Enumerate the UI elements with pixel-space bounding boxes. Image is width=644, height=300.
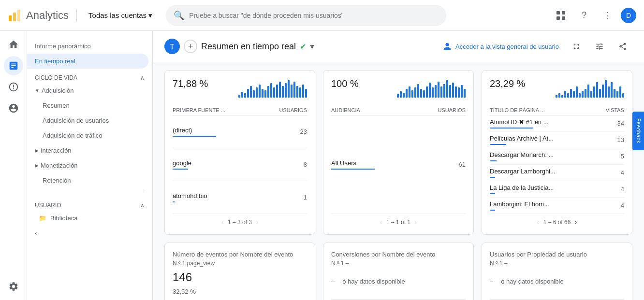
- row-label: Lamborgini: El hom...: [490, 198, 595, 214]
- monetizacion-expand-icon: ▶: [35, 163, 39, 168]
- feedback-btn[interactable]: Feedback: [632, 112, 644, 150]
- collapse-icon: ‹: [35, 229, 37, 237]
- card-percent: 23,29 %: [490, 78, 525, 89]
- more-options-icon-btn[interactable]: ⋮: [598, 6, 617, 25]
- account-label: Todas las cuentas: [88, 11, 146, 19]
- bottom-card-rank: N.º 1 –: [490, 260, 624, 267]
- search-icon: 🔍: [174, 10, 184, 21]
- analytics-logo-icon: [8, 9, 21, 22]
- help-icon-btn[interactable]: ?: [574, 6, 594, 25]
- pagination-label: 1 – 6 of 66: [543, 219, 571, 226]
- chart-bar: [614, 89, 615, 98]
- nav-adq-trafico[interactable]: Adquisición de tráfico: [27, 128, 152, 143]
- sidebar-collapse-btn[interactable]: ‹: [27, 226, 152, 241]
- topbar-right: ? ⋮ D: [551, 6, 636, 25]
- row-label: Descargar Lamborghi...: [490, 165, 595, 181]
- chart-bar: [420, 89, 422, 98]
- card-top-section: 23,29 %: [490, 78, 624, 98]
- chart-bar: [291, 85, 293, 98]
- chart-bar: [573, 91, 575, 98]
- bottom-card-0: Número de eventos por Nombre del evento …: [164, 243, 315, 300]
- sidebar-icon-home[interactable]: [4, 35, 23, 54]
- nav-resumen[interactable]: Resumen: [27, 98, 152, 113]
- chart-bar: [587, 85, 589, 98]
- table-row: All Users 61: [331, 115, 466, 214]
- col2-header: VISTAS: [595, 105, 624, 115]
- account-selector[interactable]: Todas las cuentas ▾: [85, 8, 156, 23]
- card-table: AUDIENCIA USUARIOS All Users 61: [331, 105, 466, 214]
- customize-btn[interactable]: [590, 37, 609, 56]
- adquisicion-label: Adquisición: [42, 87, 74, 94]
- share-btn[interactable]: [613, 37, 632, 56]
- usuario-section-header[interactable]: Usuario ∧: [27, 196, 152, 211]
- next-page-btn[interactable]: ›: [574, 218, 577, 227]
- chart-bar: [264, 90, 266, 98]
- nav-interaccion[interactable]: ▶ Interacción: [27, 143, 152, 158]
- card-percent: 100 %: [331, 78, 359, 89]
- fullscreen-btn[interactable]: [567, 37, 586, 56]
- t-avatar: T: [164, 39, 180, 54]
- sidebar-icon-settings[interactable]: [4, 277, 23, 296]
- table-row: Descargar Lamborghi... 4: [490, 165, 624, 181]
- pagination-label: 1 – 1 of 1: [386, 219, 410, 226]
- chart-bar: [432, 87, 434, 98]
- nav-biblioteca[interactable]: 📁 Biblioteca: [27, 211, 152, 226]
- table-row: atomohd.bio 1: [173, 181, 307, 214]
- lifecycle-section-header[interactable]: Ciclo de vida ∧: [27, 69, 152, 83]
- chart-bar: [273, 87, 275, 98]
- chart-bar: [299, 87, 301, 98]
- col2-header: USUARIOS: [413, 105, 466, 115]
- card-table: PRIMERA FUENTE ... USUARIOS (direct) 23 …: [173, 105, 307, 214]
- chart-bar: [582, 91, 584, 98]
- bottom-card-title: Número de eventos por Nombre del evento: [173, 251, 307, 258]
- no-data-text: –: [331, 278, 335, 285]
- nav-retencion[interactable]: Retención: [27, 173, 152, 188]
- no-data-text: –: [490, 278, 493, 285]
- interaccion-label: Interacción: [41, 147, 72, 154]
- chart-bar: [288, 80, 290, 98]
- help-icon: ?: [582, 10, 586, 20]
- chart-bar: [567, 93, 569, 98]
- nav-panoramico[interactable]: Informe panorámico: [27, 39, 152, 54]
- chart-bar: [423, 90, 425, 98]
- nav-monetizacion[interactable]: ▶ Monetización: [27, 158, 152, 173]
- row-label: google: [173, 148, 261, 181]
- search-bar[interactable]: 🔍: [166, 5, 446, 26]
- prev-page-btn: ‹: [221, 218, 224, 227]
- search-input[interactable]: [189, 12, 439, 19]
- row-label: All Users: [331, 115, 413, 214]
- row-label: AtomoHD ✖ #1 en ...: [490, 115, 595, 132]
- chart-bar: [296, 86, 298, 98]
- card-0: 71,88 % PRIMERA FUENTE ... USUARIOS (dir…: [164, 70, 315, 235]
- interaccion-expand-icon: ▶: [35, 148, 39, 153]
- nav-adquisicion[interactable]: ▼ Adquisición: [27, 83, 152, 98]
- pagination-label: 1 – 3 of 3: [228, 219, 252, 226]
- row-value: 1: [261, 181, 307, 214]
- svg-rect-4: [562, 11, 565, 14]
- acceder-btn[interactable]: Acceder a la vista general de usuario: [439, 39, 563, 54]
- apps-icon-btn[interactable]: [551, 6, 571, 25]
- sidebar-icon-reports[interactable]: [4, 56, 23, 75]
- sidebar-icon-explore[interactable]: [4, 77, 23, 97]
- row-value: 61: [413, 115, 466, 214]
- content-header: T + Resumen en tiempo real ✔ ▾ Acceder a…: [153, 31, 644, 62]
- chart-bar: [285, 83, 287, 98]
- chart-bar: [585, 89, 586, 98]
- chart-bar: [449, 85, 451, 98]
- content-header-right: Acceder a la vista general de usuario: [439, 37, 632, 56]
- topbar: Analytics Todas las cuentas ▾ 🔍 ? ⋮ D: [0, 0, 644, 31]
- chart-bar: [414, 87, 416, 98]
- title-dropdown-icon[interactable]: ▾: [310, 41, 314, 52]
- add-comparison-btn[interactable]: +: [184, 40, 197, 53]
- user-avatar[interactable]: D: [621, 8, 636, 23]
- chart-bar: [596, 82, 598, 98]
- sidebar-icon-advertise[interactable]: [4, 99, 23, 118]
- row-value: 5: [595, 148, 624, 165]
- chart-bar: [461, 85, 463, 98]
- nav-adq-usuarios[interactable]: Adquisición de usuarios: [27, 113, 152, 128]
- nav-realtime[interactable]: En tiempo real: [27, 54, 148, 69]
- row-label: La Liga de la Justicia...: [490, 181, 595, 198]
- chart-bar: [622, 93, 624, 98]
- row-label: atomohd.bio: [173, 181, 261, 214]
- row-value: 4: [595, 198, 624, 214]
